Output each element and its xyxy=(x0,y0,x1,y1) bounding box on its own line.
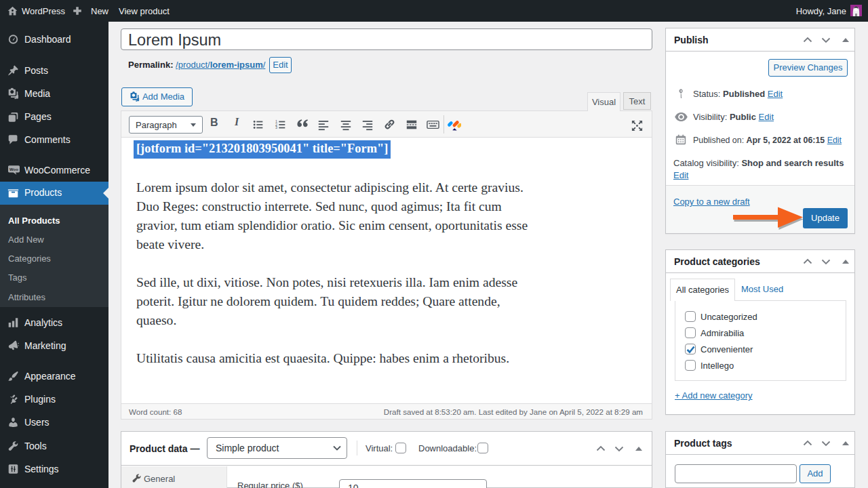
svg-text:3: 3 xyxy=(275,125,277,129)
svg-text:Woo: Woo xyxy=(9,167,18,171)
